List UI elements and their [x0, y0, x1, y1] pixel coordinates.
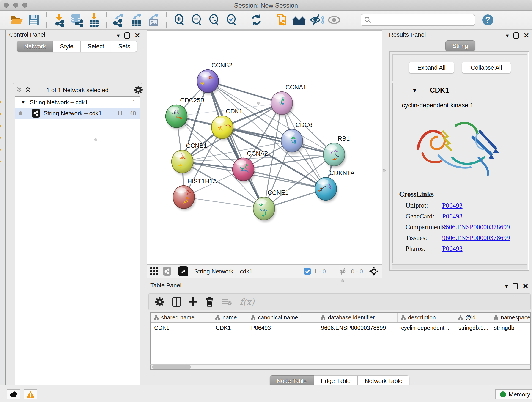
close-panel-icon[interactable]: ✕ — [524, 32, 529, 39]
sash-grip[interactable] — [257, 102, 260, 104]
column-header--id[interactable]: @id — [455, 313, 490, 322]
tab-node-table[interactable]: Node Table — [270, 375, 314, 386]
network-collection-row[interactable]: ▼ String Network – cdk1 1 — [15, 97, 140, 108]
table-row[interactable]: CDK1CDK1P064939606.ENSP00000378699cyclin… — [151, 323, 530, 333]
table-cell[interactable]: 9606.ENSP00000378699 — [317, 323, 398, 333]
zoom-in-button[interactable] — [172, 13, 187, 27]
import-network-file-button[interactable] — [51, 13, 67, 27]
grid-view-icon[interactable] — [150, 267, 159, 276]
table-cell[interactable]: cyclin-dependent ... — [398, 323, 455, 333]
show-columns-icon[interactable] — [172, 297, 181, 307]
delete-column-trash-icon[interactable] — [206, 297, 214, 307]
show-all-button[interactable] — [326, 13, 342, 27]
tab-sets[interactable]: Sets — [111, 41, 137, 52]
string-network-graph[interactable]: CCNB2CCNA1CDC25BCDK1CDC6RB1CCNB1CCNA2CDK… — [147, 31, 382, 264]
table-cell[interactable]: P06493 — [247, 323, 317, 333]
memory-button[interactable]: Memory — [495, 389, 532, 400]
table-horizontal-scrollbar[interactable] — [150, 364, 531, 370]
tab-edge-table[interactable]: Edge Table — [314, 375, 358, 386]
node-ccna1[interactable]: CCNA1 — [271, 84, 307, 116]
column-header-description[interactable]: description — [398, 313, 455, 322]
open-in-new-window-icon[interactable] — [178, 266, 188, 276]
zoom-fit-button[interactable] — [206, 13, 222, 27]
tab-network-table[interactable]: Network Table — [358, 375, 409, 386]
sash-grip[interactable] — [94, 138, 97, 141]
import-network-database-button[interactable] — [69, 13, 84, 27]
clone-network-button[interactable] — [274, 13, 289, 27]
crosslink-link[interactable]: 9606.ENSP00000378699 — [442, 234, 510, 242]
float-panel-icon[interactable] — [513, 32, 519, 39]
gene-section-header[interactable]: ▼ CDK1 — [393, 83, 526, 98]
import-table-file-button[interactable] — [86, 13, 101, 27]
node-ccnb1[interactable]: CCNB1 — [172, 142, 207, 175]
help-button[interactable]: ? — [480, 13, 495, 27]
close-panel-icon[interactable]: ✕ — [523, 283, 528, 290]
navigate-crosshair-icon[interactable] — [369, 266, 379, 276]
cloud-status-button[interactable] — [7, 389, 20, 400]
results-scrollbar[interactable] — [392, 264, 527, 269]
crosslink-link[interactable]: P06493 — [442, 202, 462, 209]
table-cell[interactable]: CDK1 — [151, 323, 212, 333]
string-network-icon[interactable] — [163, 267, 171, 276]
table-cell[interactable]: stringdb — [490, 323, 531, 333]
tree-expander-icon[interactable]: ▼ — [21, 99, 26, 105]
zoom-in-icon — [173, 13, 185, 26]
crosslink-link[interactable]: 9606.ENSP00000378699 — [442, 223, 510, 231]
zoom-selected-button[interactable] — [224, 13, 239, 27]
node-label: CDC25B — [180, 97, 205, 104]
column-header-canonical-name[interactable]: canonical name — [247, 313, 317, 322]
tab-select[interactable]: Select — [80, 41, 111, 52]
column-header-database-identifier[interactable]: database identifier — [317, 313, 398, 322]
add-column-icon[interactable] — [189, 297, 198, 307]
column-header-shared-name[interactable]: shared name — [151, 313, 212, 322]
table-cell[interactable]: CDK1 — [212, 323, 247, 333]
column-header-name[interactable]: name — [212, 313, 247, 322]
expand-all-button[interactable]: Expand All — [409, 62, 454, 73]
open-session-button[interactable] — [9, 13, 24, 27]
collapse-panel-icon[interactable]: ▾ — [117, 32, 120, 38]
float-panel-icon[interactable] — [124, 32, 130, 39]
table-options-gear-icon[interactable] — [155, 297, 164, 306]
network-options-gear-icon[interactable] — [134, 86, 143, 94]
node-cdkn1a[interactable]: CDKN1A — [315, 170, 355, 202]
node-label: RB1 — [338, 135, 350, 142]
table-cell[interactable]: stringdb:9... — [455, 323, 490, 333]
column-header-namespace[interactable]: namespace — [490, 313, 531, 322]
sash-grip[interactable] — [383, 169, 386, 172]
section-collapse-icon[interactable]: ▼ — [412, 87, 418, 94]
collapse-panel-icon[interactable]: ▾ — [506, 32, 509, 38]
close-panel-icon[interactable]: ✕ — [134, 32, 140, 39]
save-session-button[interactable] — [26, 13, 41, 27]
collapse-all-button[interactable]: Collapse All — [462, 62, 511, 73]
string-app-icon — [32, 109, 40, 118]
apply-layout-button[interactable] — [249, 13, 264, 27]
control-panel-window-controls: ▾ ✕ — [117, 32, 140, 39]
crosslink-link[interactable]: P06493 — [442, 212, 462, 220]
network-row[interactable]: String Network – cdk1 11 48 — [15, 108, 140, 119]
export-network-button[interactable] — [112, 13, 127, 27]
import-table-icon — [88, 13, 100, 27]
export-table-button[interactable] — [129, 13, 144, 27]
node-hist1h1a[interactable]: HIST1H1A — [173, 178, 217, 211]
selected-checkbox-icon[interactable] — [304, 268, 311, 275]
scrollbar-thumb[interactable] — [152, 365, 191, 369]
node-count: 11 — [117, 110, 123, 117]
network-canvas[interactable]: CCNB2CCNA1CDC25BCDK1CDC6RB1CCNB1CCNA2CDK… — [147, 31, 382, 265]
hidden-eye-slash-icon[interactable] — [338, 267, 348, 275]
export-image-button[interactable] — [146, 13, 162, 27]
crosslink-link[interactable]: P06493 — [442, 245, 462, 252]
tab-network[interactable]: Network — [17, 41, 53, 52]
zoom-out-button[interactable] — [189, 13, 204, 27]
float-panel-icon[interactable] — [513, 283, 518, 289]
search-field[interactable] — [372, 17, 470, 24]
collapse-panel-icon[interactable]: ▾ — [505, 283, 508, 289]
node-ccnb2[interactable]: CCNB2 — [197, 62, 233, 95]
tab-string-results[interactable]: String — [445, 40, 475, 51]
node-ccne1[interactable]: CCNE1 — [253, 189, 289, 222]
tab-style[interactable]: Style — [53, 41, 80, 52]
warnings-button[interactable] — [24, 389, 37, 400]
search-input[interactable] — [361, 14, 475, 26]
node-rb1[interactable]: RB1 — [323, 135, 350, 168]
first-neighbors-button[interactable] — [292, 13, 307, 27]
hide-selected-button[interactable] — [309, 13, 324, 27]
